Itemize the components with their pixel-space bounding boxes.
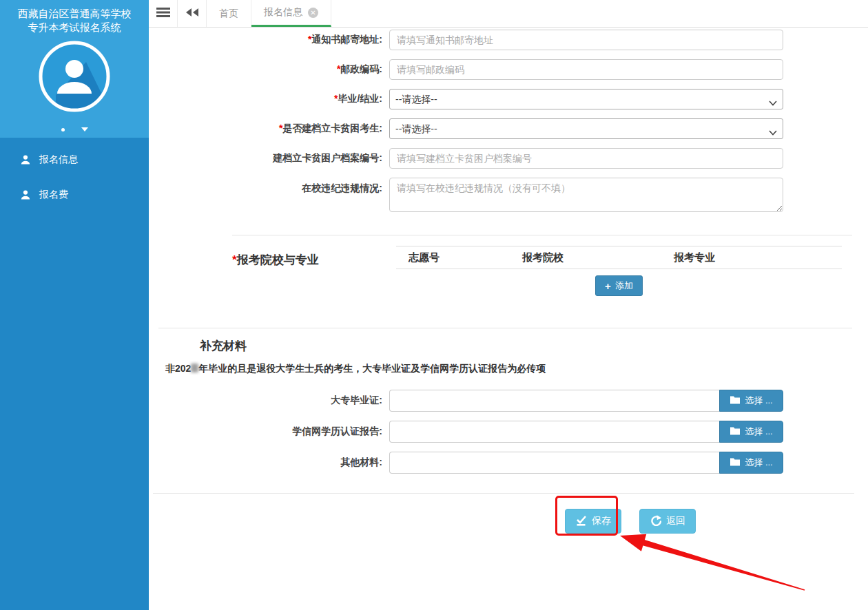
registration-form: *通知书邮寄地址: *邮政编码: *毕业/结业: --请选择-- bbox=[149, 28, 868, 610]
other-materials-choose-button[interactable]: 选择 ... bbox=[719, 452, 783, 474]
redacted-digit bbox=[191, 364, 198, 372]
postal-code-input[interactable] bbox=[389, 59, 783, 80]
poverty-registered-select[interactable]: --请选择-- bbox=[389, 118, 783, 139]
form-row-mailing-address: *通知书邮寄地址: bbox=[149, 30, 868, 50]
field-label: *邮政编码: bbox=[149, 63, 389, 76]
topbar: 首页 报名信息 ✕ bbox=[149, 0, 868, 28]
folder-icon bbox=[730, 395, 741, 406]
field-label: *毕业/结业: bbox=[149, 93, 389, 105]
form-row-poverty-file-number: 建档立卡贫困户档案编号: bbox=[149, 148, 868, 169]
sidebar-header: 西藏自治区普通高等学校 专升本考试报名系统 bbox=[0, 0, 149, 138]
app-title: 西藏自治区普通高等学校 专升本考试报名系统 bbox=[0, 0, 149, 34]
field-label: 建档立卡贫困户档案编号: bbox=[149, 152, 389, 165]
section-divider bbox=[158, 328, 852, 328]
tab-label: 首页 bbox=[219, 8, 238, 20]
footer-actions: 保存 返回 bbox=[149, 509, 868, 534]
plus-icon: + bbox=[605, 281, 611, 291]
user-icon bbox=[21, 190, 30, 200]
carousel-caret-icon[interactable] bbox=[81, 127, 88, 132]
diploma-file-input[interactable] bbox=[389, 390, 719, 412]
section-divider bbox=[232, 235, 852, 235]
colleges-section: *报考院校与专业 志愿号 报考院校 报考专业 + 添加 bbox=[149, 246, 868, 296]
rewind-icon bbox=[185, 7, 200, 21]
column-header-choice-number: 志愿号 bbox=[396, 251, 510, 264]
hamburger-icon bbox=[156, 7, 170, 21]
disciplinary-record-textarea[interactable] bbox=[389, 178, 783, 212]
column-header-major: 报考专业 bbox=[661, 251, 842, 264]
field-label: 在校违纪违规情况: bbox=[149, 178, 389, 195]
save-button[interactable]: 保存 bbox=[565, 509, 621, 534]
tab-label: 报名信息 bbox=[264, 6, 302, 19]
sidebar-pager bbox=[0, 127, 149, 132]
sidebar-toggle-button[interactable] bbox=[149, 0, 178, 27]
sidebar-item-label: 报名信息 bbox=[39, 154, 78, 166]
sidebar-item-registration-fee[interactable]: 报名费 bbox=[0, 177, 149, 212]
tab-close-icon[interactable]: ✕ bbox=[308, 8, 318, 18]
user-avatar-icon bbox=[38, 40, 111, 116]
add-choice-button[interactable]: + 添加 bbox=[595, 275, 643, 296]
field-label: 学信网学历认证报告: bbox=[149, 425, 389, 438]
field-label: 大专毕业证: bbox=[149, 395, 389, 407]
form-row-graduation-status: *毕业/结业: --请选择-- bbox=[149, 89, 868, 109]
poverty-file-number-input[interactable] bbox=[389, 148, 783, 169]
supplement-section-title: 补充材料 bbox=[200, 338, 868, 354]
colleges-section-title: *报考院校与专业 bbox=[232, 246, 396, 296]
column-header-college: 报考院校 bbox=[510, 251, 661, 264]
required-asterisk: * bbox=[232, 253, 237, 266]
app-title-line1: 西藏自治区普通高等学校 bbox=[0, 7, 149, 21]
field-label: *通知书邮寄地址: bbox=[149, 34, 389, 46]
app-title-line2: 专升本考试报名系统 bbox=[0, 21, 149, 34]
sidebar: 西藏自治区普通高等学校 专升本考试报名系统 bbox=[0, 0, 149, 610]
form-row-other-materials-upload: 其他材料: 选择 ... bbox=[149, 452, 868, 474]
colleges-table: 志愿号 报考院校 报考专业 + 添加 bbox=[396, 246, 842, 296]
supplement-note: 非202年毕业的且是退役大学生士兵的考生，大专毕业证及学信网学历认证报告为必传项 bbox=[165, 363, 868, 375]
mailing-address-input[interactable] bbox=[389, 30, 783, 50]
chsi-report-file-input[interactable] bbox=[389, 421, 719, 443]
graduation-status-select[interactable]: --请选择-- bbox=[389, 89, 783, 109]
user-icon bbox=[21, 155, 30, 165]
field-label: 其他材料: bbox=[149, 456, 389, 469]
form-row-poverty-registered: *是否建档立卡贫困考生: --请选择-- bbox=[149, 118, 868, 139]
sidebar-item-registration-info[interactable]: 报名信息 bbox=[0, 142, 149, 177]
carousel-dot-icon[interactable] bbox=[61, 128, 65, 132]
tab-registration-info[interactable]: 报名信息 ✕ bbox=[251, 0, 331, 27]
folder-icon bbox=[730, 426, 741, 437]
tab-home[interactable]: 首页 bbox=[207, 0, 251, 27]
folder-icon bbox=[730, 457, 741, 468]
back-button[interactable]: 返回 bbox=[639, 509, 696, 534]
chsi-report-choose-button[interactable]: 选择 ... bbox=[719, 421, 783, 443]
collapse-tabs-button[interactable] bbox=[178, 0, 207, 27]
form-row-chsi-report-upload: 学信网学历认证报告: 选择 ... bbox=[149, 421, 868, 443]
form-row-diploma-upload: 大专毕业证: 选择 ... bbox=[149, 390, 868, 412]
form-row-postal-code: *邮政编码: bbox=[149, 59, 868, 80]
save-icon bbox=[575, 514, 587, 528]
sidebar-nav: 报名信息 报名费 bbox=[0, 138, 149, 212]
app-window: 西藏自治区普通高等学校 专升本考试报名系统 bbox=[0, 0, 868, 610]
other-materials-file-input[interactable] bbox=[389, 452, 719, 474]
sidebar-item-label: 报名费 bbox=[39, 189, 68, 201]
form-row-disciplinary-record: 在校违纪违规情况: bbox=[149, 178, 868, 215]
footer-divider bbox=[153, 493, 854, 494]
field-label: *是否建档立卡贫困考生: bbox=[149, 123, 389, 135]
refresh-icon bbox=[650, 514, 661, 528]
diploma-choose-button[interactable]: 选择 ... bbox=[719, 390, 783, 412]
colleges-table-header: 志愿号 报考院校 报考专业 bbox=[396, 246, 842, 269]
